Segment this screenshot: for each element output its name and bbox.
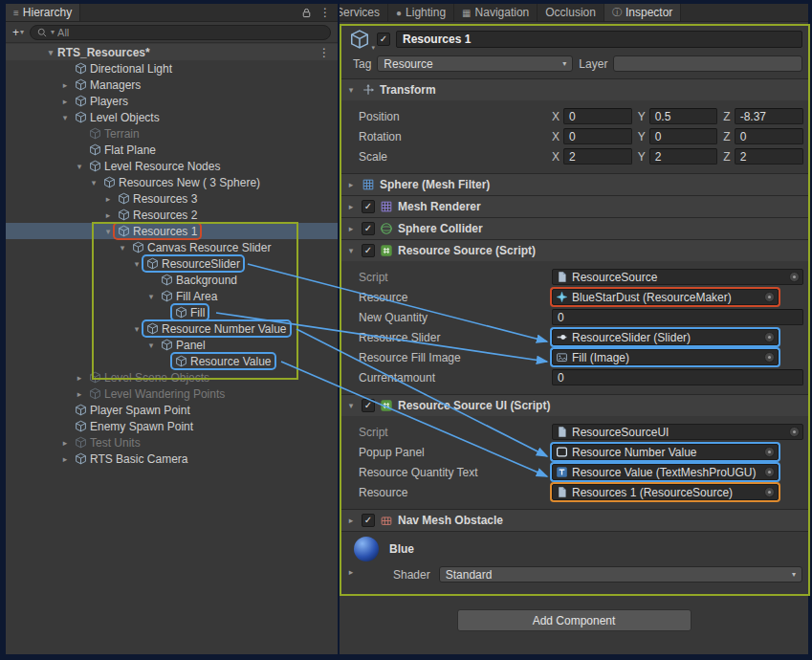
component-header-resource-source[interactable]: ▾ ✓ Resource Source (Script)	[340, 239, 808, 261]
tree-item-level-objects[interactable]: ▾ Level Objects	[6, 109, 338, 125]
component-header-mesh-filter[interactable]: ▸ Sphere (Mesh Filter)	[340, 173, 808, 195]
component-enabled-checkbox[interactable]: ✓	[362, 244, 375, 257]
component-enabled-checkbox[interactable]: ✓	[362, 399, 375, 412]
object-picker-icon[interactable]	[764, 332, 775, 342]
scene-row[interactable]: ▾ RTS_Resources* ⋮	[6, 44, 338, 60]
tree-item-resources-3[interactable]: ▸ Resources 3	[6, 190, 338, 207]
expand-arrow-icon[interactable]: ▾	[44, 48, 57, 57]
resource-ref-object-field[interactable]: Resources 1 (ResourceSource)	[552, 484, 779, 500]
component-header-resource-source-ui[interactable]: ▾ ✓ Resource Source UI (Script)	[340, 394, 808, 416]
object-picker-icon[interactable]	[789, 272, 800, 282]
foldout-arrow-icon[interactable]: ▸	[345, 516, 357, 525]
tree-item-level-wandering-points[interactable]: ▸ Level Wandering Points	[6, 385, 338, 402]
expand-arrow-icon[interactable]: ▸	[58, 80, 72, 90]
component-enabled-checkbox[interactable]: ✓	[362, 200, 375, 213]
component-enabled-checkbox[interactable]: ✓	[362, 222, 375, 235]
tree-item-rts-basic-camera[interactable]: ▸ RTS Basic Camera	[6, 451, 338, 467]
component-header-transform[interactable]: ▾ Transform	[340, 78, 808, 100]
tree-item-flat-plane[interactable]: Flat Plane	[6, 142, 338, 158]
foldout-arrow-icon[interactable]: ▸	[345, 567, 357, 577]
expand-arrow-icon[interactable]: ▾	[130, 259, 143, 269]
tree-item-level-resource-nodes[interactable]: ▾ Level Resource Nodes	[6, 158, 338, 174]
tree-item-players[interactable]: ▸ Players	[6, 93, 338, 109]
expand-arrow-icon[interactable]: ▸	[101, 194, 115, 204]
component-header-sphere-collider[interactable]: ▸ ✓ Sphere Collider	[340, 217, 808, 239]
scale-z-input[interactable]: 2	[735, 148, 803, 165]
tab-navigation[interactable]: ▦ Navigation	[454, 4, 538, 21]
rotation-z-input[interactable]: 0	[735, 128, 803, 144]
tab-lighting[interactable]: ● Lighting	[388, 4, 454, 21]
component-header-nav-mesh-obstacle[interactable]: ▸ ✓ Nav Mesh Obstacle	[340, 509, 808, 531]
tree-item-fill[interactable]: Fill	[6, 304, 338, 320]
expand-arrow-icon[interactable]: ▾	[73, 162, 86, 171]
tree-item-resources-new[interactable]: ▾ Resources New ( 3 Sphere)	[6, 174, 338, 190]
new-quantity-input[interactable]: 0	[552, 309, 803, 325]
tab-occlusion[interactable]: Occlusion	[538, 4, 604, 21]
expand-arrow-icon[interactable]: ▸	[58, 438, 72, 448]
tree-item-resources-2[interactable]: ▸ Resources 2	[6, 207, 338, 223]
expand-arrow-icon[interactable]: ▸	[58, 454, 72, 464]
foldout-arrow-icon[interactable]: ▾	[345, 246, 357, 255]
create-object-button[interactable]: + ▾	[12, 26, 24, 39]
object-picker-icon[interactable]	[764, 352, 775, 363]
tree-item-level-scene-objects[interactable]: ▸ Level Scene Objects	[6, 369, 338, 385]
foldout-arrow-icon[interactable]: ▸	[345, 202, 357, 211]
expand-arrow-icon[interactable]: ▾	[144, 341, 158, 350]
foldout-arrow-icon[interactable]: ▾	[345, 85, 357, 95]
rotation-x-input[interactable]: 0	[563, 128, 632, 144]
tree-item-canvas-resource-slider[interactable]: ▾ Canvas Resource Slider	[6, 239, 338, 255]
expand-arrow-icon[interactable]: ▾	[87, 178, 100, 187]
position-z-input[interactable]: -8.37	[735, 108, 803, 124]
expand-arrow-icon[interactable]: ▸	[73, 389, 86, 399]
tree-item-fill-area[interactable]: ▾ Fill Area	[6, 288, 338, 304]
kebab-menu-icon[interactable]: ⋮	[319, 6, 331, 19]
resource-quantity-text-object-field[interactable]: Resource Value (TextMeshProUGU)	[552, 464, 779, 480]
tree-item-test-units[interactable]: ▸ Test Units	[6, 434, 338, 451]
tree-item-enemy-spawn-point[interactable]: Enemy Spawn Point	[6, 418, 338, 434]
component-enabled-checkbox[interactable]: ✓	[362, 514, 375, 527]
tab-hierarchy[interactable]: ≡ Hierarchy	[6, 4, 80, 21]
expand-arrow-icon[interactable]: ▾	[144, 292, 158, 301]
gameobject-name-field[interactable]	[396, 31, 802, 48]
expand-arrow-icon[interactable]: ▸	[101, 210, 115, 220]
position-y-input[interactable]: 0.5	[649, 108, 718, 124]
active-checkbox[interactable]: ✓	[377, 33, 390, 46]
object-picker-icon[interactable]	[764, 292, 775, 302]
layer-dropdown[interactable]	[613, 55, 802, 72]
object-picker-icon[interactable]	[764, 487, 775, 497]
expand-arrow-icon[interactable]: ▾	[116, 243, 129, 253]
tree-item-resource-value[interactable]: Resource Value	[6, 353, 338, 369]
tree-item-background[interactable]: Background	[6, 272, 338, 288]
tree-item-panel[interactable]: ▾ Panel	[6, 337, 338, 353]
component-header-mesh-renderer[interactable]: ▸ ✓ Mesh Renderer	[340, 195, 808, 217]
tree-item-resourceslider[interactable]: ▾ ResourceSlider	[6, 255, 338, 272]
object-picker-icon[interactable]	[764, 447, 775, 457]
tab-inspector[interactable]: ⓘ Inspector	[604, 4, 681, 21]
lock-icon[interactable]	[300, 7, 313, 19]
position-x-input[interactable]: 0	[563, 108, 632, 124]
foldout-arrow-icon[interactable]: ▸	[345, 180, 357, 189]
tree-item-player-spawn-point[interactable]: Player Spawn Point	[6, 402, 338, 418]
tag-dropdown[interactable]: Resource ▾	[377, 55, 573, 72]
script-object-field[interactable]: ResourceSource	[552, 269, 803, 285]
tree-item-terrain[interactable]: Terrain	[6, 125, 338, 142]
resource-object-field[interactable]: BlueStarDust (ResourceMaker)	[552, 289, 779, 305]
expand-arrow-icon[interactable]: ▾	[58, 113, 72, 122]
scene-kebab-icon[interactable]: ⋮	[318, 46, 338, 59]
scale-y-input[interactable]: 2	[649, 148, 718, 165]
expand-arrow-icon[interactable]: ▾	[101, 227, 115, 236]
search-input[interactable]	[57, 27, 324, 38]
expand-arrow-icon[interactable]: ▾	[130, 324, 143, 334]
tree-item-managers[interactable]: ▸ Managers	[6, 77, 338, 93]
object-picker-icon[interactable]	[789, 427, 800, 437]
tree-item-directional-light[interactable]: Directional Light	[6, 60, 338, 77]
foldout-arrow-icon[interactable]: ▸	[345, 224, 357, 233]
resource-fill-image-object-field[interactable]: Fill (Image)	[552, 349, 779, 365]
add-component-button[interactable]: Add Component	[457, 609, 691, 631]
hierarchy-search[interactable]: ▾	[30, 25, 331, 40]
popup-panel-object-field[interactable]: Resource Number Value	[552, 444, 779, 460]
foldout-arrow-icon[interactable]: ▾	[345, 401, 357, 410]
currentamount-input[interactable]: 0	[552, 369, 803, 385]
object-picker-icon[interactable]	[764, 467, 775, 477]
scale-x-input[interactable]: 2	[563, 148, 632, 165]
